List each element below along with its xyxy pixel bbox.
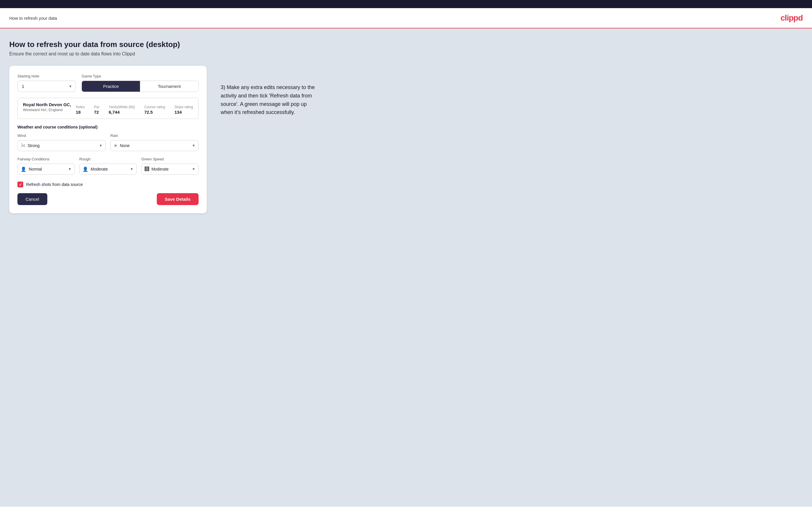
holes-value: 18 [76,110,85,115]
starting-hole-select-wrapper: 1 ▼ [17,80,76,92]
content-area: Starting Hole 1 ▼ Game Type Practice Tou… [9,66,803,213]
game-type-buttons: Practice Tournament [82,80,199,92]
refresh-label: Refresh shots from data source [26,182,83,187]
yards-value: 6,744 [109,110,135,115]
header-title: How to refresh your data [9,16,57,20]
header: How to refresh your data clippd [0,8,812,29]
conditions-grid-top: Wind 🌬 Strong ▼ Rain ☀ None [17,133,199,151]
slope-rating-label: Slope rating [174,105,193,109]
course-rating-value: 72.5 [144,110,165,115]
course-name: Royal North Devon GC, [23,102,71,107]
game-type-label: Game Type [82,74,199,78]
fairway-label: Fairway Conditions [17,157,74,161]
page-heading: How to refresh your data from source (de… [9,40,803,49]
starting-hole-group: Starting Hole 1 ▼ [17,74,76,92]
par-value: 72 [94,110,100,115]
rain-group: Rain ☀ None ▼ [110,133,199,151]
starting-hole-select[interactable]: 1 [18,81,75,92]
fairway-select-wrapper: 👤 Normal ▼ [17,164,74,175]
form-card: Starting Hole 1 ▼ Game Type Practice Tou… [9,66,207,213]
rough-group: Rough 👤 Moderate ▼ [79,157,137,175]
course-info-box: Royal North Devon GC, Westward Ho!, Engl… [17,98,199,119]
rough-label: Rough [79,157,137,161]
cancel-button[interactable]: Cancel [17,193,47,205]
par-stat: Par 72 [94,105,100,115]
form-top-row: Starting Hole 1 ▼ Game Type Practice Tou… [17,74,199,92]
wind-select-wrapper: 🌬 Strong ▼ [17,140,106,151]
page-subheading: Ensure the correct and most up to date d… [9,51,803,57]
course-rating-label: Course rating [144,105,165,109]
tournament-button[interactable]: Tournament [140,81,198,92]
game-type-group: Game Type Practice Tournament [82,74,199,92]
course-rating-stat: Course rating 72.5 [144,105,165,115]
checkmark-icon: ✓ [19,182,22,187]
slope-rating-value: 134 [174,110,193,115]
top-bar [0,0,812,8]
refresh-checkbox[interactable]: ✓ [17,181,23,187]
slope-rating-stat: Slope rating 134 [174,105,193,115]
rain-select[interactable]: None [117,140,198,151]
wind-label: Wind [17,133,106,138]
fairway-select[interactable]: Normal [27,164,74,174]
green-speed-label: Green Speed [141,157,199,161]
logo: clippd [781,13,803,22]
rough-icon: 👤 [80,167,88,172]
green-speed-select-wrapper: 🅾 Moderate ▼ [141,164,199,175]
conditions-grid-bottom: Fairway Conditions 👤 Normal ▼ Rough 👤 [17,157,199,175]
main-content: How to refresh your data from source (de… [0,29,812,506]
rain-label: Rain [110,133,199,138]
practice-button[interactable]: Practice [82,81,140,92]
form-actions: Cancel Save Details [17,193,199,205]
yards-stat: Yards(White (M)) 6,744 [109,105,135,115]
refresh-checkbox-row: ✓ Refresh shots from data source [17,181,199,187]
rough-select[interactable]: Moderate [88,164,136,174]
green-speed-icon: 🅾 [142,167,149,172]
green-speed-group: Green Speed 🅾 Moderate ▼ [141,157,199,175]
rough-select-wrapper: 👤 Moderate ▼ [79,164,137,175]
wind-icon: 🌬 [18,143,25,148]
holes-stat: Holes 18 [76,105,85,115]
weather-section-label: Weather and course conditions (optional) [17,125,199,129]
yards-label: Yards(White (M)) [109,105,135,109]
wind-select[interactable]: Strong [25,140,105,151]
fairway-group: Fairway Conditions 👤 Normal ▼ [17,157,74,175]
par-label: Par [94,105,100,109]
course-stats: Holes 18 Par 72 Yards(White (M)) 6,744 [76,105,193,115]
rain-icon: ☀ [111,143,117,149]
course-location: Westward Ho!, England [23,108,71,112]
save-button[interactable]: Save Details [157,193,199,205]
rain-select-wrapper: ☀ None ▼ [110,140,199,151]
green-speed-select[interactable]: Moderate [149,164,198,174]
fairway-icon: 👤 [18,167,27,172]
side-description: 3) Make any extra edits necessary to the… [221,83,319,117]
side-text: 3) Make any extra edits necessary to the… [221,66,319,117]
wind-group: Wind 🌬 Strong ▼ [17,133,106,151]
starting-hole-label: Starting Hole [17,74,76,78]
holes-label: Holes [76,105,85,109]
